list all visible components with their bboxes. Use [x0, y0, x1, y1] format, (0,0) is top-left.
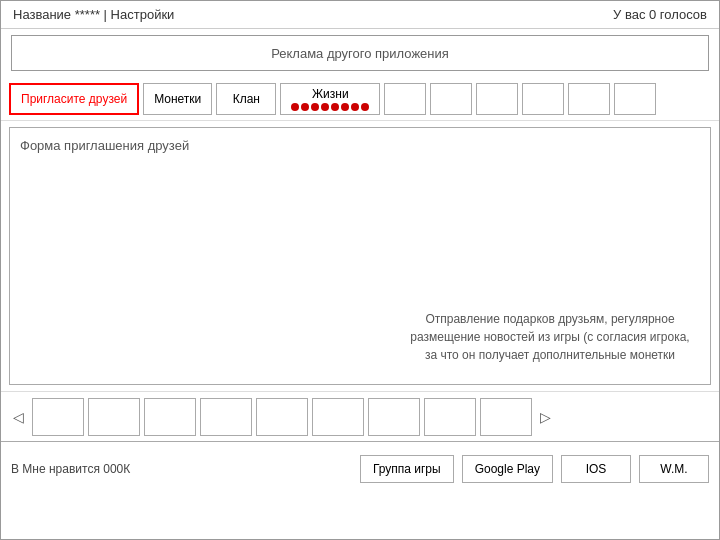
ios-button[interactable]: IOS — [561, 455, 631, 483]
lives-dots — [291, 103, 369, 111]
footer: В Мне нравится 000К Группа игры Google P… — [1, 441, 719, 495]
life-dot-5 — [331, 103, 339, 111]
carousel-prev-arrow[interactable]: ◁ — [9, 407, 28, 427]
votes-label: У вас 0 голосов — [613, 7, 707, 22]
ad-banner: Реклама другого приложения — [11, 35, 709, 71]
top-bar: Название ***** | Настройки У вас 0 голос… — [1, 1, 719, 29]
tab-coins[interactable]: Монетки — [143, 83, 212, 115]
carousel-row: ◁ ▷ — [1, 391, 719, 441]
tab-clan[interactable]: Клан — [216, 83, 276, 115]
life-dot-1 — [291, 103, 299, 111]
life-dot-7 — [351, 103, 359, 111]
tab-extra-3[interactable] — [476, 83, 518, 115]
tab-extra-1[interactable] — [384, 83, 426, 115]
carousel-item-8[interactable] — [424, 398, 476, 436]
panel-description: Отправление подарков друзьям, регулярное… — [410, 310, 690, 364]
tab-extra-2[interactable] — [430, 83, 472, 115]
carousel-item-2[interactable] — [88, 398, 140, 436]
like-text: В Мне нравится 000К — [11, 462, 352, 476]
tab-invite[interactable]: Пригласите друзей — [9, 83, 139, 115]
carousel-item-4[interactable] — [200, 398, 252, 436]
panel-title: Форма приглашения друзей — [20, 138, 700, 153]
carousel-item-5[interactable] — [256, 398, 308, 436]
tab-lives[interactable]: Жизни — [280, 83, 380, 115]
ad-text: Реклама другого приложения — [271, 46, 449, 61]
google-play-button[interactable]: Google Play — [462, 455, 553, 483]
content-panel: Форма приглашения друзей Отправление под… — [9, 127, 711, 385]
group-button[interactable]: Группа игры — [360, 455, 454, 483]
life-dot-6 — [341, 103, 349, 111]
carousel-item-6[interactable] — [312, 398, 364, 436]
tab-extra-4[interactable] — [522, 83, 564, 115]
tab-extra-6[interactable] — [614, 83, 656, 115]
carousel-item-1[interactable] — [32, 398, 84, 436]
app-title: Название ***** | Настройки — [13, 7, 174, 22]
life-dot-8 — [361, 103, 369, 111]
life-dot-2 — [301, 103, 309, 111]
carousel-item-7[interactable] — [368, 398, 420, 436]
tabs-row: Пригласите друзей Монетки Клан Жизни — [1, 77, 719, 121]
carousel-item-3[interactable] — [144, 398, 196, 436]
carousel-next-arrow[interactable]: ▷ — [536, 407, 555, 427]
main-content: Форма приглашения друзей Отправление под… — [1, 121, 719, 391]
tab-extra-5[interactable] — [568, 83, 610, 115]
wm-button[interactable]: W.M. — [639, 455, 709, 483]
life-dot-4 — [321, 103, 329, 111]
life-dot-3 — [311, 103, 319, 111]
carousel-item-9[interactable] — [480, 398, 532, 436]
